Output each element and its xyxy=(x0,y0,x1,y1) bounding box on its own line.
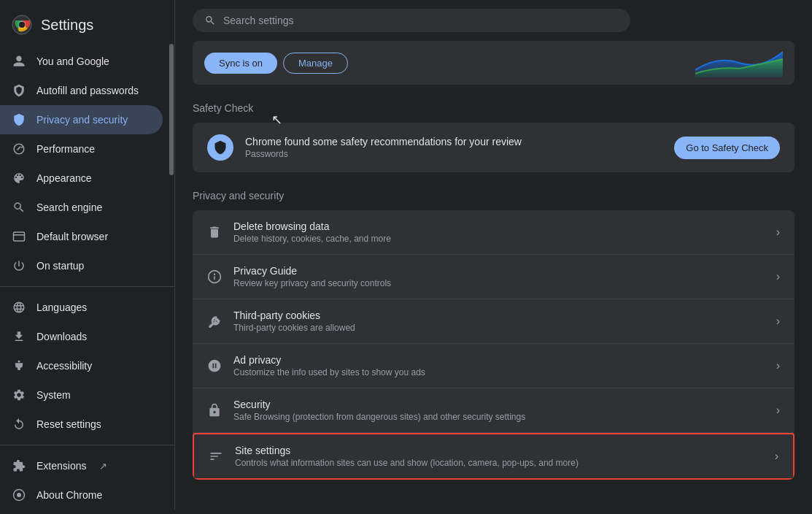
language-icon xyxy=(12,300,26,315)
top-strip: Sync is on Manage xyxy=(193,41,794,85)
external-link-icon: ↗ xyxy=(99,461,107,472)
search-engine-icon xyxy=(12,200,26,215)
sidebar-item-performance[interactable]: Performance xyxy=(0,134,163,164)
chrome-logo-icon xyxy=(12,15,32,35)
sidebar-item-accessibility[interactable]: Accessibility xyxy=(0,351,163,380)
third-party-cookies-text: Third-party cookies Third-party cookies … xyxy=(233,310,765,333)
sidebar-label-extensions: Extensions xyxy=(36,460,86,472)
sidebar-label-reset-settings: Reset settings xyxy=(36,418,101,430)
power-icon xyxy=(12,258,26,273)
sidebar-title: Settings xyxy=(41,17,93,34)
settings-item-site-settings[interactable]: Site settings Controls what information … xyxy=(193,433,794,480)
privacy-settings-list: Delete browsing data Delete history, coo… xyxy=(193,210,794,480)
browser-icon xyxy=(12,229,26,244)
sidebar-label-system: System xyxy=(36,389,71,401)
safety-card-subtitle: Passwords xyxy=(245,149,662,159)
settings-item-security[interactable]: Security Safe Browsing (protection from … xyxy=(193,388,794,433)
strip-button-1[interactable]: Sync is on xyxy=(204,53,277,74)
search-icon xyxy=(204,15,216,26)
performance-icon xyxy=(12,142,26,156)
top-strip-buttons: Sync is on Manage xyxy=(204,53,348,74)
sidebar-item-reset-settings[interactable]: Reset settings xyxy=(0,410,163,439)
sidebar-scroll-thumb xyxy=(169,44,174,175)
privacy-security-section: Privacy and security Delete browsing dat… xyxy=(193,190,794,480)
sidebar-item-on-startup[interactable]: On startup xyxy=(0,251,163,280)
chrome-icon xyxy=(12,488,26,502)
chevron-right-icon-6: › xyxy=(775,450,778,463)
privacy-section-title: Privacy and security xyxy=(193,190,794,202)
sidebar-item-autofill[interactable]: Autofill and passwords xyxy=(0,76,163,105)
sidebar-item-about-chrome[interactable]: About Chrome xyxy=(0,480,163,510)
svg-point-2 xyxy=(19,22,25,28)
search-bar xyxy=(175,0,812,41)
chevron-right-icon-3: › xyxy=(776,315,780,328)
strip-chart xyxy=(695,48,783,77)
content-area: Sync is on Manage xyxy=(175,41,812,503)
chevron-right-icon-2: › xyxy=(776,270,780,283)
settings-item-ad-privacy[interactable]: Ad privacy Customize the info used by si… xyxy=(193,344,794,388)
sidebar-item-search-engine[interactable]: Search engine xyxy=(0,193,163,222)
security-text: Security Safe Browsing (protection from … xyxy=(233,399,765,422)
sidebar-label-on-startup: On startup xyxy=(36,260,84,272)
sidebar-label-accessibility: Accessibility xyxy=(36,360,92,372)
ad-privacy-desc: Customize the info used by sites to show… xyxy=(233,367,765,377)
delete-browsing-data-text: Delete browsing data Delete history, coo… xyxy=(233,220,765,244)
site-settings-title: Site settings xyxy=(235,445,763,456)
sidebar-item-appearance[interactable]: Appearance xyxy=(0,164,163,193)
svg-point-5 xyxy=(18,361,20,363)
system-icon xyxy=(12,388,26,402)
sidebar-label-appearance: Appearance xyxy=(36,172,92,184)
go-to-safety-check-button[interactable]: Go to Safety Check xyxy=(674,137,780,159)
third-party-cookies-title: Third-party cookies xyxy=(233,310,765,321)
sidebar-scrollbar[interactable] xyxy=(169,44,174,514)
sidebar-item-system[interactable]: System xyxy=(0,380,163,410)
third-party-cookies-desc: Third-party cookies are allowed xyxy=(233,323,765,333)
privacy-guide-title: Privacy Guide xyxy=(233,265,765,277)
privacy-guide-desc: Review key privacy and security controls xyxy=(233,278,765,288)
sidebar-divider-2 xyxy=(0,445,174,445)
sidebar-item-languages[interactable]: Languages xyxy=(0,293,163,322)
sidebar-label-privacy-security: Privacy and security xyxy=(36,114,128,126)
shield-icon xyxy=(12,112,26,127)
svg-point-9 xyxy=(214,273,216,275)
sidebar-item-downloads[interactable]: Downloads xyxy=(0,322,163,351)
site-settings-desc: Controls what information sites can use … xyxy=(235,458,763,468)
autofill-icon xyxy=(12,83,26,98)
chevron-right-icon-4: › xyxy=(776,359,780,372)
delete-browsing-data-title: Delete browsing data xyxy=(233,220,765,232)
search-wrapper xyxy=(193,9,630,32)
trash-icon xyxy=(207,225,222,239)
search-input[interactable] xyxy=(223,15,619,26)
chevron-right-icon: › xyxy=(776,226,780,239)
extension-icon xyxy=(12,459,26,473)
safety-card-title: Chrome found some safety recommendations… xyxy=(245,136,662,147)
sidebar-label-default-browser: Default browser xyxy=(36,231,108,242)
ad-privacy-text: Ad privacy Customize the info used by si… xyxy=(233,354,765,377)
reset-icon xyxy=(12,417,26,431)
main-content: Sync is on Manage xyxy=(175,0,812,514)
sidebar-item-privacy-security[interactable]: Privacy and security xyxy=(0,105,163,134)
settings-item-delete-browsing-data[interactable]: Delete browsing data Delete history, coo… xyxy=(193,210,794,255)
sidebar-header: Settings xyxy=(0,6,174,47)
sidebar-label-you-and-google: You and Google xyxy=(36,55,109,67)
settings-item-privacy-guide[interactable]: Privacy Guide Review key privacy and sec… xyxy=(193,255,794,299)
sidebar-label-downloads: Downloads xyxy=(36,331,87,342)
security-title: Security xyxy=(233,399,765,410)
sidebar-item-extensions[interactable]: Extensions ↗ xyxy=(0,451,163,480)
sidebar-item-default-browser[interactable]: Default browser xyxy=(0,222,163,251)
privacy-guide-icon xyxy=(207,269,222,284)
settings-item-third-party-cookies[interactable]: Third-party cookies Third-party cookies … xyxy=(193,299,794,344)
delete-browsing-data-desc: Delete history, cookies, cache, and more xyxy=(233,234,765,244)
sidebar: Settings You and Google Autofill and pas… xyxy=(0,0,175,510)
appearance-icon xyxy=(12,171,26,185)
sidebar-divider xyxy=(0,286,174,287)
ad-privacy-icon xyxy=(207,358,222,373)
safety-check-card: Chrome found some safety recommendations… xyxy=(193,123,794,172)
sidebar-item-you-and-google[interactable]: You and Google xyxy=(0,47,163,76)
sidebar-label-languages: Languages xyxy=(36,302,87,313)
svg-rect-3 xyxy=(14,232,25,241)
svg-rect-10 xyxy=(214,276,215,280)
lock-icon xyxy=(207,403,222,418)
safety-check-section: Safety Check Chrome found some safety re… xyxy=(193,102,794,172)
strip-button-2[interactable]: Manage xyxy=(283,53,348,74)
